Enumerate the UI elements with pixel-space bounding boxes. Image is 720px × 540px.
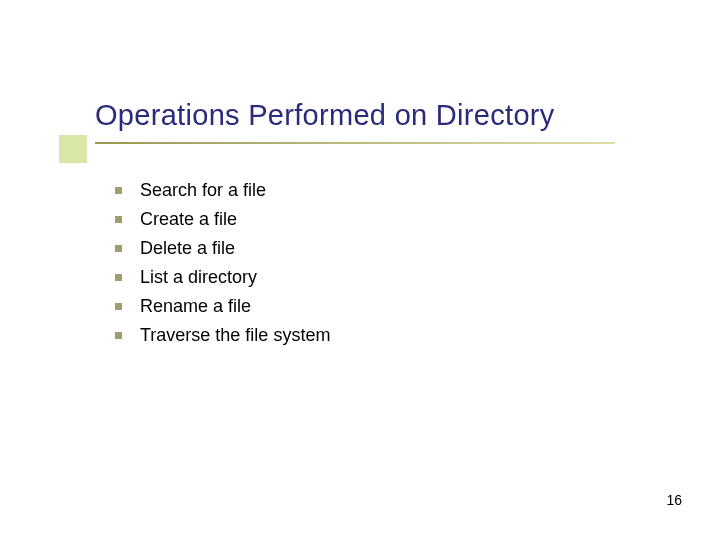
list-item-text: Create a file — [140, 209, 237, 230]
list-item-text: Traverse the file system — [140, 325, 330, 346]
list-item-text: Search for a file — [140, 180, 266, 201]
list-item: Create a file — [115, 209, 640, 230]
bullet-icon — [115, 274, 122, 281]
list-item-text: Delete a file — [140, 238, 235, 259]
list-item: List a directory — [115, 267, 640, 288]
bullet-list: Search for a file Create a file Delete a… — [115, 180, 640, 354]
list-item: Rename a file — [115, 296, 640, 317]
slide-title-zone: Operations Performed on Directory — [95, 100, 670, 132]
bullet-icon — [115, 187, 122, 194]
bullet-icon — [115, 216, 122, 223]
slide-title: Operations Performed on Directory — [95, 100, 670, 132]
bullet-icon — [115, 245, 122, 252]
list-item: Traverse the file system — [115, 325, 640, 346]
list-item-text: List a directory — [140, 267, 257, 288]
list-item: Delete a file — [115, 238, 640, 259]
bullet-icon — [115, 332, 122, 339]
page-number: 16 — [666, 492, 682, 508]
list-item: Search for a file — [115, 180, 640, 201]
title-accent-square — [59, 135, 87, 163]
title-underline — [95, 142, 615, 144]
bullet-icon — [115, 303, 122, 310]
list-item-text: Rename a file — [140, 296, 251, 317]
